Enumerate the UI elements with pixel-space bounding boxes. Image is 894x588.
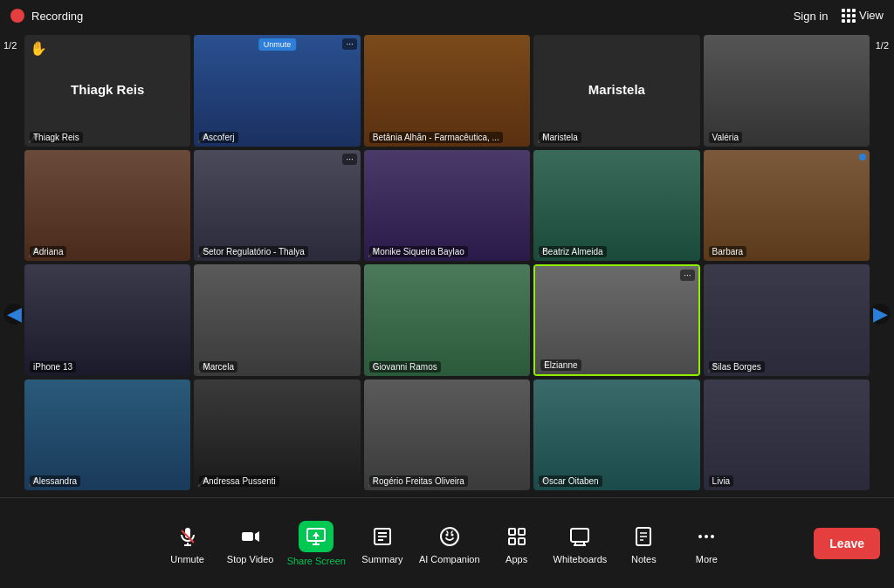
participant-name-14: Elzianne	[540, 359, 581, 371]
recording-label: Recording	[31, 10, 83, 23]
svg-marker-5	[255, 531, 259, 542]
participant-name-18: Rogério Freitas Oliveira	[369, 475, 468, 487]
leave-button[interactable]: Leave	[814, 528, 880, 559]
participant-name-9: Beatriz Almeida	[539, 246, 606, 257]
participant-name-7: Setor Regulatório - Thalya	[199, 246, 308, 257]
participant-cell-3: Betânia Alhãn - Farmacêutica, ...	[364, 35, 530, 147]
svg-rect-20	[509, 538, 515, 544]
toolbar: Unmute Stop Video Share Screen	[0, 497, 894, 588]
topbar-right: Sign in View	[794, 9, 884, 24]
summary-icon	[368, 523, 396, 550]
hand-icon: ✋	[30, 40, 47, 57]
more-button[interactable]: More	[675, 516, 738, 571]
apps-button[interactable]: Apps	[485, 516, 548, 571]
participant-cell-10: Barbara	[704, 150, 870, 262]
ai-companion-icon	[436, 523, 464, 550]
participant-name-8: Monike Siqueira Baylao	[369, 246, 468, 257]
participant-name-17: Andressa Pussenti	[199, 475, 279, 487]
participant-cell-13: 🎤 Giovanni Ramos	[364, 264, 530, 376]
participant-name-3: Betânia Alhãn - Farmacêutica, ...	[369, 132, 503, 143]
ai-companion-label: AI Companion	[419, 554, 480, 564]
participant-name-1: Thiagk Reis	[30, 132, 83, 143]
video-grid: ✋ Thiagk Reis 🎤 Thiagk Reis ··· Unmute 🎤…	[0, 31, 894, 497]
ai-companion-button[interactable]: AI Companion	[414, 516, 485, 571]
participant-name-10: Barbara	[709, 246, 747, 257]
unmute-label: Unmute	[170, 554, 204, 564]
participant-cell-2: ··· Unmute 🎤 Ascoferj	[194, 35, 360, 147]
notes-icon	[629, 523, 657, 550]
participant-cell-12: 🎤 Marcela	[194, 264, 360, 376]
whiteboards-button[interactable]: Whiteboards	[548, 516, 613, 571]
whiteboards-label: Whiteboards	[554, 554, 608, 564]
blue-dot-10	[859, 154, 866, 161]
participant-cell-14: ··· 🎤 Elzianne	[533, 264, 699, 376]
participant-cell-6: 🎤 Adriana	[24, 150, 190, 262]
video-icon	[237, 523, 265, 550]
participant-cell-18: 🎤 Rogério Freitas Oliveira	[364, 379, 530, 491]
participant-cell-11: iPhone 13	[24, 264, 190, 376]
summary-label: Summary	[361, 554, 402, 564]
unmute-badge-2: Unmute	[258, 38, 297, 51]
participant-name-13: Giovanni Ramos	[369, 361, 441, 373]
mic-icon	[174, 523, 202, 550]
apps-label: Apps	[505, 554, 527, 564]
participant-name-15: Silas Borges	[709, 361, 765, 373]
stop-video-button[interactable]: Stop Video	[219, 516, 282, 571]
stop-video-label: Stop Video	[227, 554, 274, 564]
participant-cell-20: Livia	[704, 379, 870, 491]
summary-button[interactable]: Summary	[351, 516, 414, 571]
svg-point-31	[705, 535, 708, 538]
more-options-btn-14[interactable]: ···	[680, 270, 694, 281]
participant-cell-5: Valéria	[704, 35, 870, 147]
participant-cell-17: 🎤 Andressa Pussenti	[194, 379, 360, 491]
participant-bigname-4: Maristela	[588, 82, 645, 97]
nav-arrow-left[interactable]: ◀	[3, 304, 24, 325]
svg-rect-18	[509, 529, 515, 535]
participant-name-12: Marcela	[199, 361, 237, 373]
participant-cell-9: 🎤 Beatriz Almeida	[533, 150, 699, 262]
participant-name-4: Maristela	[539, 132, 581, 143]
svg-point-17	[450, 533, 453, 536]
apps-icon	[503, 523, 531, 550]
svg-point-16	[445, 533, 448, 536]
topbar-left: Recording	[10, 9, 83, 23]
more-icon	[692, 523, 720, 550]
nav-arrow-right[interactable]: ▶	[870, 304, 891, 325]
notes-button[interactable]: Notes	[612, 516, 675, 571]
unmute-button[interactable]: Unmute	[156, 516, 219, 571]
participant-name-6: Adriana	[30, 246, 66, 257]
participant-cell-1: ✋ Thiagk Reis 🎤 Thiagk Reis	[24, 35, 190, 147]
participant-cell-7: ··· 🎤 Setor Regulatório - Thalya	[194, 150, 360, 262]
participant-cell-15: 🎤 Silas Borges	[704, 264, 870, 376]
participant-name-19: Oscar Oitaben	[539, 475, 602, 487]
participant-name-2: Ascoferj	[199, 132, 237, 143]
svg-point-32	[711, 535, 714, 538]
svg-point-15	[441, 528, 458, 545]
svg-rect-21	[519, 538, 525, 544]
more-label: More	[696, 554, 718, 564]
participant-name-16: Alessandra	[30, 475, 80, 487]
view-button[interactable]: View	[842, 9, 884, 24]
participant-bigname-1: Thiagk Reis	[71, 82, 144, 97]
topbar: Recording Sign in View	[0, 0, 894, 31]
svg-point-30	[698, 535, 702, 538]
participant-cell-16: 🎤 Alessandra	[24, 379, 190, 491]
participant-cell-4: Maristela 🎤 Maristela	[533, 35, 699, 147]
share-screen-icon	[299, 521, 334, 552]
participant-name-20: Livia	[709, 475, 734, 487]
participant-cell-8: 🎤 Monike Siqueira Baylao	[364, 150, 530, 262]
svg-rect-4	[242, 532, 253, 541]
svg-rect-22	[571, 529, 588, 542]
participant-name-5: Valéria	[709, 132, 742, 143]
grid-icon	[842, 9, 856, 23]
whiteboards-icon	[566, 523, 594, 550]
notes-label: Notes	[631, 554, 657, 564]
more-options-btn-7[interactable]: ···	[342, 154, 356, 165]
share-screen-button[interactable]: Share Screen	[282, 514, 351, 573]
svg-rect-19	[519, 529, 525, 535]
more-options-btn-2[interactable]: ···	[342, 38, 356, 50]
sign-in-button[interactable]: Sign in	[794, 10, 829, 23]
participant-cell-19: 🎤 Oscar Oitaben	[533, 379, 699, 491]
share-screen-label: Share Screen	[287, 556, 346, 566]
participant-name-11: iPhone 13	[30, 361, 76, 373]
